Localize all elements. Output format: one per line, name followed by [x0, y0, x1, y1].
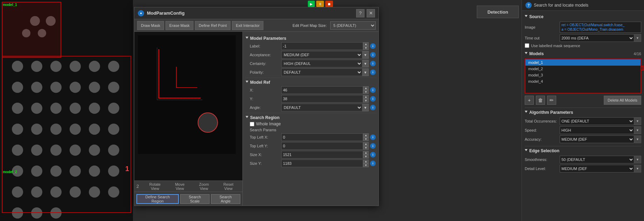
x-input[interactable]	[281, 86, 363, 94]
polarity-info-icon[interactable]: i	[370, 69, 376, 75]
label-spinbox[interactable]: -1 ▲ ▼	[281, 42, 369, 50]
size-y-input[interactable]	[281, 160, 363, 167]
search-region-toggle[interactable]	[246, 116, 248, 119]
modparam-dialog: ● ModParamConfig ? ✕ Draw Mask Erase Mas…	[134, 7, 379, 206]
acceptance-dropdown-btn[interactable]: ▼	[362, 51, 369, 59]
speed-arr: ▼	[634, 126, 641, 134]
tly-info-icon[interactable]: i	[370, 143, 376, 149]
stop-button[interactable]: ⏹	[325, 1, 333, 7]
angle-field-row: Angle: DEFAULT ▼ i	[246, 104, 376, 111]
model-item-4[interactable]: model_4	[525, 78, 641, 84]
angle-dropdown-btn[interactable]: ▼	[362, 104, 369, 111]
top-left-x-input[interactable]	[281, 133, 363, 141]
dialog-close-button[interactable]: ✕	[367, 9, 375, 17]
detection-label: Detection	[487, 9, 508, 15]
detection-rect-1	[2, 2, 61, 58]
x-up-btn[interactable]: ▲	[363, 86, 369, 90]
total-occ-select[interactable]: ONE (DEFAULT	[560, 117, 634, 125]
label-down-button[interactable]: ▼	[363, 46, 369, 50]
source-toggle[interactable]	[525, 15, 528, 19]
draw-mask-button[interactable]: Draw Mask	[137, 21, 164, 30]
define-ref-button[interactable]: Define Ref Point	[195, 21, 231, 30]
label-up-button[interactable]: ▲	[363, 42, 369, 46]
tly-up-btn[interactable]: ▲	[363, 142, 369, 146]
preview-canvas[interactable]	[134, 32, 242, 181]
pause-button[interactable]: ⏸	[316, 1, 324, 7]
zoom-view-button[interactable]: Zoom View	[192, 182, 216, 191]
certainty-info-icon[interactable]: i	[370, 61, 376, 66]
smoothness-select[interactable]: 50 (DEFAULT	[560, 156, 634, 163]
erase-mask-button[interactable]: Erase Mask	[165, 21, 193, 30]
edge-section: Edge Selection Smoothness: 50 (DEFAULT ▼…	[525, 148, 641, 172]
search-angle-button[interactable]: Search Angle	[211, 194, 240, 204]
algo-toggle[interactable]	[525, 111, 528, 114]
size-x-input[interactable]	[281, 151, 363, 159]
accuracy-select[interactable]: MEDIUM (DEF	[560, 135, 634, 143]
search-scale-button[interactable]: Search Scale	[180, 194, 210, 204]
sx-info-icon[interactable]: i	[370, 152, 376, 157]
rotate-view-button[interactable]: Rotate View	[142, 182, 168, 191]
label-field-label: Label:	[250, 44, 281, 48]
move-view-button[interactable]: Move View	[168, 182, 191, 191]
detail-select[interactable]: MEDIUM (DEF	[560, 165, 634, 172]
smoothness-label: Smoothness:	[525, 157, 560, 162]
top-left-y-input[interactable]	[281, 142, 363, 150]
acceptance-select[interactable]: MEDIUM (DEF	[281, 51, 362, 59]
reset-view-button[interactable]: Reset View	[217, 182, 240, 191]
detection-button[interactable]: Detection	[477, 6, 519, 18]
timeout-select[interactable]: 2000 ms (DEFA	[560, 34, 634, 42]
label-info-icon[interactable]: i	[370, 43, 376, 49]
sy-up-btn[interactable]: ▲	[363, 160, 369, 163]
divider-far-1	[525, 108, 641, 108]
model-ref-toggle[interactable]	[246, 81, 248, 84]
delete-all-models-button[interactable]: Delete All Models	[604, 96, 641, 105]
model-item-1[interactable]: model_1	[525, 59, 641, 66]
detection-rect-2	[2, 56, 131, 213]
y-input[interactable]	[281, 95, 363, 103]
edge-title: Edge Selection	[529, 148, 559, 153]
define-search-region-button[interactable]: Define Search Region	[136, 194, 179, 204]
dialog-help-button[interactable]: ?	[356, 9, 365, 17]
tlx-up-btn[interactable]: ▲	[363, 133, 369, 137]
y-info-icon[interactable]: i	[370, 96, 376, 102]
add-model-button[interactable]: +	[525, 96, 534, 105]
far-right-help-icon: ?	[525, 2, 532, 8]
certainty-dropdown-btn[interactable]: ▼	[362, 60, 369, 67]
polarity-select[interactable]: DEFAULT	[281, 68, 362, 76]
whole-image-checkbox[interactable]	[250, 122, 254, 126]
delete-model-button[interactable]: 🗑	[536, 96, 545, 105]
models-section-header: Models 4/16	[525, 51, 641, 57]
exit-interactor-button[interactable]: Exit Interactor	[232, 21, 263, 30]
image-value[interactable]: ret = OBJECT(Out/Manual.switch.fcase_a =…	[560, 22, 641, 33]
tlx-info-icon[interactable]: i	[370, 134, 376, 140]
sy-info-icon[interactable]: i	[370, 161, 376, 166]
models-list[interactable]: model_1 model_2 model_3 model_4	[525, 59, 641, 94]
y-down-btn[interactable]: ▼	[363, 99, 369, 103]
model-params-toggle[interactable]	[246, 37, 248, 40]
acceptance-info-icon[interactable]: i	[370, 52, 376, 58]
model-item-3[interactable]: model_3	[525, 72, 641, 78]
y-up-btn[interactable]: ▲	[363, 95, 369, 99]
y-label: Y:	[250, 97, 281, 101]
run-button[interactable]: ▶	[308, 1, 315, 7]
certainty-select[interactable]: HIGH (DEFAUL	[281, 60, 362, 67]
use-mask-checkbox[interactable]	[525, 43, 529, 48]
detail-wrap: MEDIUM (DEF ▼	[560, 165, 641, 172]
edge-toggle[interactable]	[525, 149, 528, 153]
models-toggle[interactable]	[525, 52, 528, 56]
tlx-down-btn[interactable]: ▼	[363, 137, 369, 141]
speed-select[interactable]: HIGH	[560, 126, 634, 134]
angle-info-icon[interactable]: i	[370, 105, 376, 110]
tly-down-btn[interactable]: ▼	[363, 146, 369, 150]
edit-model-button[interactable]: ✏	[547, 96, 556, 105]
x-info-icon[interactable]: i	[370, 87, 376, 93]
angle-select[interactable]: DEFAULT	[281, 104, 362, 111]
sx-up-btn[interactable]: ▲	[363, 151, 369, 155]
sy-down-btn[interactable]: ▼	[363, 163, 369, 167]
label-input[interactable]: -1	[281, 42, 363, 50]
polarity-dropdown-btn[interactable]: ▼	[362, 68, 369, 76]
pixel-map-select[interactable]: 5 (DEFAULT)	[330, 21, 376, 30]
x-down-btn[interactable]: ▼	[363, 90, 369, 94]
sx-down-btn[interactable]: ▼	[363, 155, 369, 159]
model-item-2[interactable]: model_2	[525, 66, 641, 72]
